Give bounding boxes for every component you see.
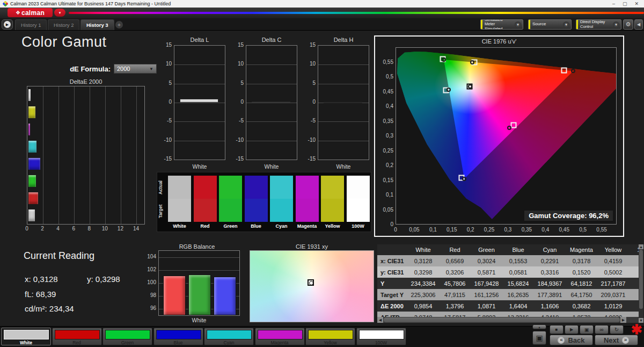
datapoint-button[interactable]: ▣ [532,331,546,345]
swatch-actual [245,176,268,199]
meter-dropdown-line2: Simulated [485,26,502,30]
y-axis-tick-label: 0,25 [376,148,393,154]
swatch-target [296,199,319,222]
y-axis-tick-label: 15 [231,42,244,48]
patch-tab-green[interactable]: Green [103,328,152,345]
window-titlebar: Calman 2023 Calman Ultimate for Business… [0,0,644,8]
rgb-bar-red [163,276,186,315]
stop-button[interactable]: ■ [550,325,564,334]
back-button[interactable]: « Back [550,335,593,345]
refresh-button[interactable]: ↻ [610,325,624,334]
chevron-down-icon: ▾ [59,11,61,15]
gamut-coverage-label: Gamut Coverage: [529,212,587,220]
scroll-right-arrow[interactable]: ▶ [620,317,626,323]
x-axis-tick-label: 0,35 [519,227,534,233]
x-axis-label: White [246,163,297,170]
y-axis-tick-label: -15 [231,156,244,162]
deltae-bar-green [28,175,36,187]
scroll-up-arrow[interactable]: ▲ [639,244,643,249]
y-axis-tick-label: 5 [303,80,316,86]
y-axis-tick-label: 0,35 [376,118,393,124]
cie1931-title: CIE 1931 xy [250,243,374,250]
workflow-nav-button[interactable]: ▶ [2,19,13,30]
y-axis-tick-label: 98 [141,292,156,298]
swatch-actual [296,176,319,199]
rainbow-accent-strip [69,12,644,14]
table-header-cell: Green [471,244,502,255]
unsaved-alert-icon: ✱ [631,322,642,337]
swatch-column-magenta [296,176,319,222]
table-row: ΔE 20000,98541,37961,08711,64041,16060,3… [377,300,639,312]
chevron-down-icon: ▾ [563,21,569,28]
patch-tab-label: Cyan [204,340,253,345]
swatch-column-100w [347,176,370,222]
x-axis-tick-label: 0,15 [444,227,459,233]
rgb-balance-plot [158,250,240,316]
single-measure-button[interactable]: ▣ [580,325,594,334]
table-horizontal-scrollbar[interactable]: ◀ ▶ [377,317,639,323]
close-button[interactable]: ✕ [634,1,639,6]
table-row: Target Y225,300647,9115161,125616,263517… [377,289,639,300]
gridline [90,86,90,224]
table-cell: 0,9854 [407,300,439,312]
patch-tab-red[interactable]: Red [52,328,102,345]
source-dropdown[interactable]: Source ▾ [528,19,572,30]
patch-tab-cyan[interactable]: Cyan [204,328,254,345]
play-button[interactable]: ▶ [565,325,579,334]
hscroll-thumb[interactable] [384,317,620,322]
cie1976-title: CIE 1976 u'v' [375,38,623,45]
meter-dropdown[interactable]: Simulated MeterSimulated ▾ [480,19,523,30]
patch-tab-blue[interactable]: Blue [153,328,203,345]
table-vertical-scrollbar[interactable]: ▲ ▼ [639,244,643,323]
reading-x-value: x: 0,3128 [25,274,58,284]
delta-chart-delta-c: Delta C151050-5-10-15White [231,37,302,172]
y-axis-tick-label: -5 [303,118,316,124]
vscroll-thumb[interactable] [639,250,643,309]
patch-tab-white[interactable]: White [1,328,51,345]
y-axis-tick-label: 104 [141,254,156,259]
swatch-compare-panel: Actual Target WhiteRedGreenBlueCyanMagen… [157,172,371,232]
table-cell: 15,6824 [502,278,534,289]
settings-button[interactable]: ⚙ [623,19,633,30]
white-point-marker [308,279,314,286]
patch-tab-100w[interactable]: 100W [356,328,406,345]
y-axis-tick-label: -10 [303,137,316,143]
tab-history-3[interactable]: History 3 [80,19,114,30]
x-axis-tick-label: 0,5 [575,227,590,233]
gridline [318,141,369,141]
source-dropdown-label: Source [532,22,561,27]
tab-history-2[interactable]: History 2 [48,19,79,30]
swatch-column-green [219,176,242,222]
table-cell: 0,3 [629,255,639,266]
patch-tab-label: White [2,340,50,345]
swatch-column-blue [245,176,268,222]
calman-logo-button[interactable]: ❖ calman [8,8,53,17]
y-axis-tick-label: 0,4 [376,103,393,109]
table-header-cell: Blue [502,244,534,255]
swatch-label: White [168,223,191,229]
add-tab-button[interactable]: + [115,21,123,28]
tab-history-1[interactable]: History 1 [15,19,47,30]
scroll-left-arrow[interactable]: ◀ [377,317,383,323]
y-axis-tick-label: 5 [159,80,172,86]
de-formula-select[interactable]: 2000 ▼ [114,64,157,74]
table-header-cell: Cyan [534,244,566,255]
minimize-button[interactable]: – [612,1,615,6]
play-icon: ▶ [6,23,9,27]
delta-chart-delta-l: Delta L151050-5-10-15White [159,37,230,172]
table-header-cell: Red [439,244,471,255]
maximize-button[interactable]: ▢ [623,1,627,6]
calman-menu-dropdown[interactable]: ▾ [54,9,65,17]
table-cell: 43 [629,289,639,300]
display-control-dropdown[interactable]: Direct Display Control ▾ [576,19,621,30]
actual-row-label: Actual [158,176,165,199]
table-cell: 64,1750 [566,289,597,300]
patch-tab-yellow[interactable]: Yellow [305,328,355,345]
gridline [121,86,121,224]
swatch-label: Yellow [321,223,344,229]
continuous-measure-button[interactable]: ∞ [595,325,609,334]
panel-expand-button[interactable]: ▲ [532,324,546,329]
patch-tab-magenta[interactable]: Magenta [255,328,305,345]
collapse-panel-button[interactable]: ◀ [634,19,643,30]
x-axis-tick-label: 0,2 [463,227,478,233]
